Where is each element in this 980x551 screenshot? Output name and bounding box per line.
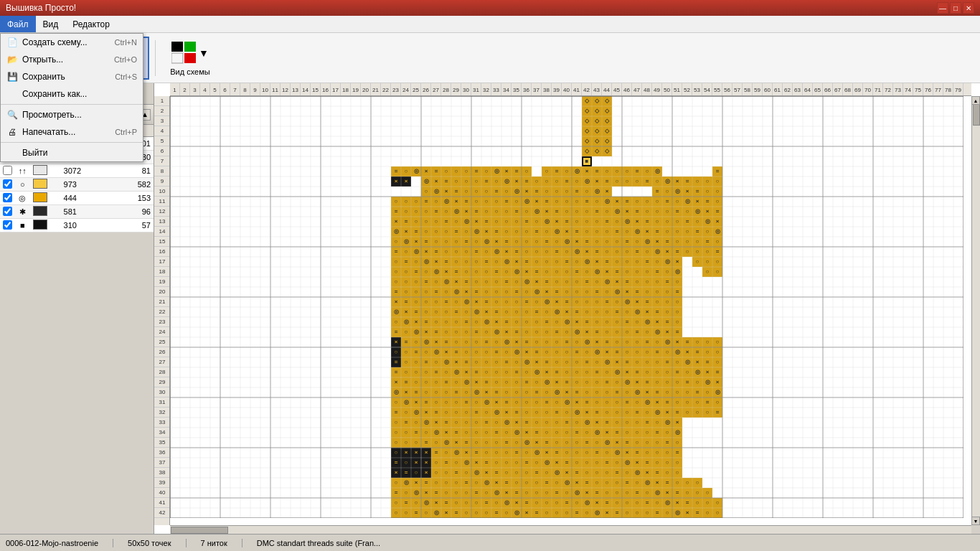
palette-row[interactable]: ◎ 444 153 xyxy=(0,192,154,205)
palette-count: 81 xyxy=(97,164,154,178)
row-number: 1 xyxy=(154,96,170,106)
row-number: 7 xyxy=(154,156,170,166)
toolbar-viewscheme-button[interactable]: ▼ Вид схемы xyxy=(161,37,219,80)
menu-new-label: Создать схему... xyxy=(22,37,88,47)
saveas-icon xyxy=(6,88,18,100)
grid-canvas[interactable] xyxy=(170,96,963,518)
row-number: 4 xyxy=(154,126,170,136)
palette-row[interactable]: ○ 973 582 xyxy=(0,178,154,192)
close-button[interactable]: ✕ xyxy=(963,2,974,14)
row-number: 9 xyxy=(154,176,170,187)
row-number: 14 xyxy=(154,227,170,237)
column-number: 47 xyxy=(632,83,642,96)
row-number: 13 xyxy=(154,217,170,227)
menu-editor[interactable]: Редактор xyxy=(65,16,117,32)
horizontal-scrollbar[interactable] xyxy=(170,525,971,534)
column-number: 1 xyxy=(170,83,180,96)
row-number: 36 xyxy=(154,448,170,458)
vertical-scrollbar[interactable] xyxy=(971,96,980,525)
column-number: 2 xyxy=(180,83,190,96)
column-number: 43 xyxy=(592,83,602,96)
column-number: 49 xyxy=(652,83,662,96)
palette-row[interactable]: ■ 310 57 xyxy=(0,219,154,232)
column-number: 57 xyxy=(732,83,743,96)
row-number: 35 xyxy=(154,438,170,448)
row-number: 34 xyxy=(154,428,170,438)
maximize-button[interactable]: □ xyxy=(950,2,961,14)
row-number: 27 xyxy=(154,357,170,367)
menu-print-label: Напечатать... xyxy=(22,127,75,137)
column-number: 28 xyxy=(441,83,451,96)
column-number: 35 xyxy=(512,83,522,96)
row-number: 8 xyxy=(154,166,170,176)
palette-checkbox[interactable] xyxy=(3,166,12,175)
column-number: 44 xyxy=(602,83,612,96)
status-size: 50x50 точек xyxy=(128,539,186,547)
menu-item-preview[interactable]: 🔍 Просмотреть... xyxy=(1,106,143,123)
menu-item-save[interactable]: 💾 Сохранить Ctrl+S xyxy=(1,68,143,85)
column-number: 41 xyxy=(572,83,582,96)
main-area: ▲ Набор цветов ▲ xyxy=(0,83,980,534)
column-number: 7 xyxy=(230,83,240,96)
row-number: 32 xyxy=(154,408,170,418)
column-number: 50 xyxy=(662,83,672,96)
menu-view[interactable]: Вид xyxy=(36,16,66,32)
palette-checkbox[interactable] xyxy=(3,207,12,216)
palette-checkbox-cell[interactable] xyxy=(0,178,15,192)
column-number: 59 xyxy=(753,83,763,96)
row-number: 40 xyxy=(154,488,170,498)
horizontal-scroll-thumb[interactable] xyxy=(171,527,228,534)
menu-preview-label: Просмотреть... xyxy=(22,110,82,120)
column-number: 26 xyxy=(421,83,431,96)
column-number: 8 xyxy=(240,83,250,96)
palette-row[interactable]: ↑↑ 3072 81 xyxy=(0,164,154,178)
column-number: 70 xyxy=(863,83,873,96)
palette-color-swatch xyxy=(33,165,47,175)
palette-thread-name: 444 xyxy=(61,192,97,205)
palette-checkbox-cell[interactable] xyxy=(0,192,15,205)
palette-color-swatch-cell xyxy=(30,192,61,205)
menu-item-new[interactable]: 📄 Создать схему... Ctrl+N xyxy=(1,34,143,51)
palette-color-swatch-cell xyxy=(30,178,61,192)
column-number: 48 xyxy=(642,83,652,96)
toolbar: Сохранить Напечатать... Рисовать xyxy=(0,33,980,83)
scroll-up-button[interactable]: ▲ xyxy=(971,96,980,105)
column-number: 72 xyxy=(883,83,893,96)
palette-checkbox[interactable] xyxy=(3,179,12,189)
palette-color-swatch xyxy=(33,206,47,216)
palette-checkbox[interactable] xyxy=(3,220,12,230)
grid-area: 1234567891011121314151617181920212223242… xyxy=(154,83,980,534)
palette-thread-name: 973 xyxy=(61,178,97,192)
minimize-button[interactable]: — xyxy=(937,2,948,14)
column-number: 51 xyxy=(672,83,682,96)
palette-checkbox-cell[interactable] xyxy=(0,219,15,232)
row-number: 37 xyxy=(154,458,170,468)
column-number: 21 xyxy=(371,83,381,96)
column-number: 23 xyxy=(391,83,401,96)
menu-file[interactable]: Файл xyxy=(0,16,36,32)
stitch-grid[interactable] xyxy=(170,96,971,525)
titlebar-controls: — □ ✕ xyxy=(937,2,974,14)
column-number: 11 xyxy=(270,83,281,96)
svg-rect-16 xyxy=(171,53,183,63)
palette-color-swatch xyxy=(33,179,47,189)
column-number: 4 xyxy=(200,83,210,96)
row-number: 31 xyxy=(154,397,170,408)
scroll-down-button[interactable]: ▼ xyxy=(971,517,980,525)
palette-checkbox[interactable] xyxy=(3,193,12,202)
menu-item-print[interactable]: 🖨 Напечатать... Ctrl+P xyxy=(1,123,143,141)
menu-item-saveas[interactable]: Сохранить как... xyxy=(1,85,143,103)
palette-color-swatch-cell xyxy=(30,205,61,219)
palette-checkbox-cell[interactable] xyxy=(0,164,15,178)
row-number: 33 xyxy=(154,418,170,428)
menu-item-exit[interactable]: Выйти xyxy=(1,144,143,161)
print-icon: 🖨 xyxy=(6,126,18,138)
row-number: 38 xyxy=(154,468,170,478)
row-number: 39 xyxy=(154,478,170,488)
column-number: 71 xyxy=(873,83,883,96)
row-number: 19 xyxy=(154,277,170,287)
palette-checkbox-cell[interactable] xyxy=(0,205,15,219)
palette-thread-name: 581 xyxy=(61,205,97,219)
menu-item-open[interactable]: 📂 Открыть... Ctrl+O xyxy=(1,51,143,68)
palette-row[interactable]: ✱ 581 96 xyxy=(0,205,154,219)
